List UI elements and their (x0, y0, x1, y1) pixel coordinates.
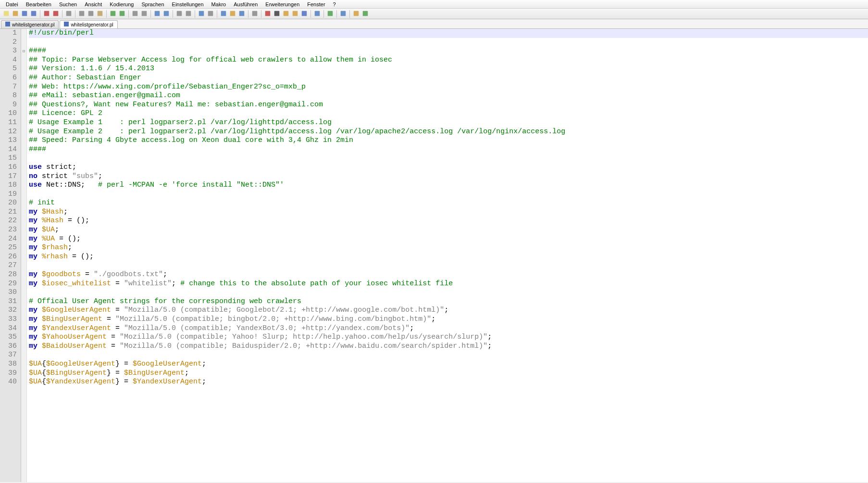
code-area[interactable]: #!/usr/bin/perl ###### Topic: Parse Webs… (27, 29, 868, 482)
paste-button[interactable] (96, 10, 104, 18)
fold-marker (21, 369, 26, 378)
doc-switcher-button[interactable] (352, 10, 360, 18)
code-line[interactable]: my %rhash = (); (29, 253, 868, 262)
code-line[interactable]: $UA{$GoogleUserAgent} = $GoogleUserAgent… (29, 360, 868, 369)
record-macro-button[interactable] (263, 10, 272, 18)
code-line[interactable]: no strict "subs"; (29, 172, 868, 181)
stop-macro-button[interactable] (273, 10, 281, 18)
code-line[interactable]: my $Hash; (29, 208, 868, 217)
code-line[interactable]: $UA{$BingUserAgent} = $BingUserAgent; (29, 369, 868, 378)
replace-button[interactable] (140, 10, 149, 18)
code-line[interactable]: my $GoogleUserAgent = "Mozilla/5.0 (comp… (29, 306, 868, 315)
code-line[interactable]: ## eMail: sebastian.enger@gmail.com (29, 91, 868, 101)
redo-button[interactable] (118, 10, 126, 18)
code-line[interactable]: my $rhash; (29, 243, 868, 253)
file-tab[interactable]: whitelistgenerator.pl (1, 20, 59, 28)
spell-check-button[interactable] (326, 10, 335, 18)
code-line[interactable]: my $BingUserAgent = "Mozilla/5.0 (compat… (29, 315, 868, 324)
find-button[interactable] (131, 10, 139, 18)
code-line[interactable]: # Usage Example 1 : perl logparser2.pl /… (29, 118, 868, 127)
line-number: 12 (2, 127, 17, 137)
play-macro-button[interactable] (282, 10, 290, 18)
code-line[interactable]: my %Hash = (); (29, 216, 868, 226)
code-line[interactable]: my $UA; (29, 226, 868, 235)
save-file-button[interactable] (20, 10, 29, 18)
file-icon (5, 22, 10, 27)
indent-guide-button[interactable] (219, 10, 228, 18)
code-line[interactable] (29, 190, 868, 199)
fold-marker (21, 145, 26, 154)
svg-rect-28 (302, 11, 307, 16)
show-symbol-button[interactable] (339, 10, 347, 18)
open-file-button[interactable] (11, 10, 20, 18)
code-line[interactable]: ## Topic: Parse Webserver Access log for… (29, 56, 868, 65)
close-file-button[interactable] (42, 10, 51, 18)
code-line[interactable]: my $iosec_whitelist = "whitelist"; # cha… (29, 280, 868, 289)
play-multi-icon (292, 10, 298, 18)
code-line[interactable]: ## Questions?, Want new Features? Mail m… (29, 101, 868, 110)
menu-suchen[interactable]: Suchen (55, 0, 81, 8)
code-line[interactable]: ## Version: 1.1.6 / 15.4.2013 (29, 64, 868, 74)
code-line[interactable]: #### (29, 47, 868, 56)
code-line[interactable]: #!/usr/bin/perl (29, 29, 868, 38)
code-line[interactable]: my $goodbots = "./goodbots.txt"; (29, 270, 868, 280)
undo-button[interactable] (109, 10, 117, 18)
menu-makro[interactable]: Makro (208, 0, 230, 8)
fold-marker (21, 199, 26, 208)
close-all-button[interactable] (51, 10, 60, 18)
copy-button[interactable] (87, 10, 95, 18)
save-macro-button[interactable] (300, 10, 309, 18)
code-line[interactable]: # init (29, 199, 868, 208)
code-line[interactable] (29, 288, 868, 297)
fold-marker[interactable]: ⊟ (21, 47, 26, 56)
code-line[interactable]: # Usage Example 2 : perl logparser2.pl /… (29, 127, 868, 137)
print-button[interactable] (64, 10, 73, 18)
menu-sprachen[interactable]: Sprachen (137, 0, 168, 8)
menu-bearbeiten[interactable]: Bearbeiten (22, 0, 55, 8)
code-line[interactable] (29, 261, 868, 270)
code-line[interactable] (29, 154, 868, 163)
code-line[interactable]: $UA{$YandexUserAgent} = $YandexUserAgent… (29, 378, 868, 387)
folder-button[interactable] (228, 10, 237, 18)
code-line[interactable]: use Net::DNS; # perl -MCPAN -e 'force in… (29, 181, 868, 190)
code-line[interactable]: my $YahooUserAgent = "Mozilla/5.0 (compa… (29, 333, 868, 342)
menu-erweiterungen[interactable]: Erweiterungen (261, 0, 303, 8)
code-line[interactable]: ## Licence: GPL 2 (29, 109, 868, 118)
code-line[interactable]: use strict; (29, 163, 868, 172)
code-line[interactable]: #### (29, 145, 868, 154)
monitoring-button[interactable] (361, 10, 370, 18)
word-wrap-button[interactable] (197, 10, 206, 18)
func-list-button[interactable] (250, 10, 259, 18)
code-line[interactable]: my $BaidoUserAgent = "Mozilla/5.0 (compa… (29, 342, 868, 351)
doc-map-button[interactable] (237, 10, 246, 18)
code-line[interactable]: ## Author: Sebastian Enger (29, 74, 868, 83)
save-all-button[interactable] (29, 10, 38, 18)
spell-check-icon (327, 10, 334, 18)
code-line[interactable]: my %UA = (); (29, 235, 868, 244)
menu-einstellungen[interactable]: Einstellungen (168, 0, 208, 8)
cut-button[interactable] (77, 10, 86, 18)
zoom-out-button[interactable] (162, 10, 171, 18)
play-multi-button[interactable] (291, 10, 299, 18)
zoom-in-button[interactable] (153, 10, 161, 18)
menu-help[interactable]: ? (329, 0, 340, 8)
code-line[interactable] (29, 351, 868, 360)
menu-fenster[interactable]: Fenster (303, 0, 329, 8)
code-line[interactable]: # Offical User Agent strings for the cor… (29, 297, 868, 306)
menu-ausführen[interactable]: Ausführen (230, 0, 261, 8)
file-tab[interactable]: whitelistgenerator.pl (60, 20, 117, 28)
sync-h-button[interactable] (184, 10, 193, 18)
indent-left-button[interactable] (313, 10, 322, 18)
show-all-chars-button[interactable] (206, 10, 215, 18)
new-file-button[interactable] (2, 10, 11, 18)
menu-datei[interactable]: Datei (2, 0, 22, 8)
sync-v-button[interactable] (175, 10, 184, 18)
menu-ansicht[interactable]: Ansicht (81, 0, 106, 8)
code-line[interactable] (29, 38, 868, 47)
code-line[interactable]: ## Web: https://www.xing.com/profile/Seb… (29, 83, 868, 92)
menu-kodierung[interactable]: Kodierung (106, 0, 137, 8)
line-number: 25 (2, 243, 17, 253)
close-file-icon (43, 10, 50, 18)
code-line[interactable]: ## Speed: Parsing 4 Gbyte access.log on … (29, 136, 868, 145)
code-line[interactable]: my $YandexUserAgent = "Mozilla/5.0 (comp… (29, 324, 868, 333)
